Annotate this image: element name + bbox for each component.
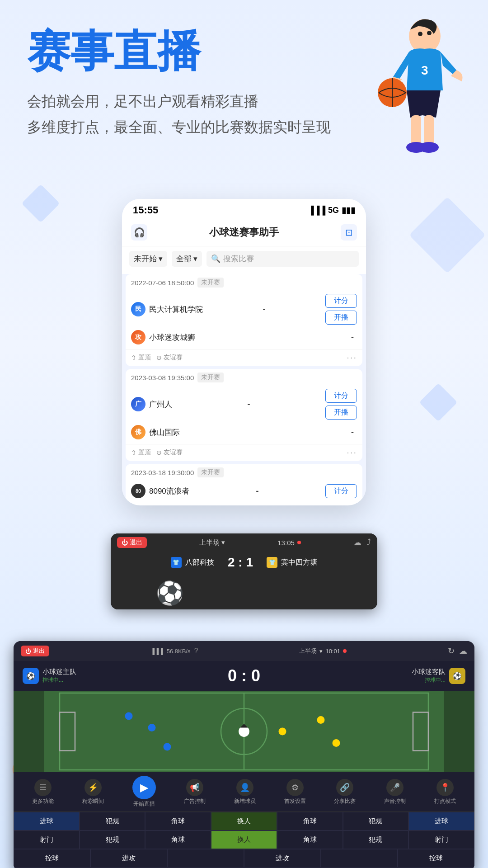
inner-score-panel: ⏻ 退出 ▐▐▐ 56.8KB/s ? 上半场 ▾ 10:01 ↻ ☁ [14, 641, 474, 868]
help-icon[interactable]: ? [194, 647, 198, 655]
pin-item-1[interactable]: ⇧ 置顶 [131, 354, 151, 362]
match-time-3: 2023-03-18 19:30:00 [131, 469, 194, 476]
share-icon[interactable]: ⤴ [367, 538, 371, 547]
team-name-2b: 佛山国际 [149, 427, 180, 438]
team-name-3a: 8090流浪者 [149, 486, 189, 496]
hero-section: 3 赛事直播 会拍就会用，足不出户观看精彩直播 多维度打点，最全面、专业的比赛数… [0, 0, 488, 190]
svg-point-17 [125, 712, 133, 720]
team-avatar-3a: 80 [131, 484, 145, 498]
chevron-down-icon-half: ▾ [221, 538, 225, 547]
ad-control-item[interactable]: 📢 广告控制 [184, 779, 206, 805]
app-title: 小球迷赛事助手 [209, 226, 279, 239]
cloud-icon[interactable]: ☁ [353, 538, 361, 547]
controls-top-row: ☰ 更多功能 ⚡ 精彩瞬间 ▶ 开始直播 📢 广告控制 👤 新增球员 ⚙ 首发设 [14, 772, 474, 812]
svg-point-23 [239, 726, 249, 737]
league-icon-2: ⊙ [156, 449, 162, 456]
pin-icon-2: ⇧ [131, 449, 136, 456]
action-cell-shot-left[interactable]: 射门 [14, 830, 80, 849]
more-features-item[interactable]: ☰ 更多功能 [32, 779, 54, 805]
chevron-down-icon: ▾ [193, 254, 197, 264]
action-cell-empty-left [167, 849, 244, 868]
league-item-1: ⊙ 友谊赛 [156, 354, 183, 362]
action-cell-corner-right[interactable]: 角球 [277, 812, 343, 830]
team-left-1b: 攻 小球迷攻城狮 [131, 330, 195, 344]
half-indicator: 上半场 ▾ [199, 538, 225, 547]
action-cell-corner2-left[interactable]: 角球 [145, 830, 211, 849]
action-cell-possession-right[interactable]: 控球 [398, 849, 474, 868]
action-cell-goal-left[interactable]: 进球 [14, 812, 80, 830]
video-field [14, 691, 474, 772]
match-footer-2: ⇧ 置顶 ⊙ 友谊赛 ··· [126, 444, 362, 461]
action-cell-shot-right[interactable]: 射门 [408, 830, 474, 849]
action-cell-foul-right[interactable]: 犯规 [343, 812, 409, 830]
action-cell-foul2-right[interactable]: 犯规 [343, 830, 409, 849]
signal-icon: ▐▐▐ [150, 648, 163, 655]
type-filter[interactable]: 全部 ▾ [172, 251, 202, 267]
more-options-1[interactable]: ··· [347, 352, 357, 363]
team-avatar-1a: 民 [131, 302, 145, 316]
status-filter[interactable]: 未开始 ▾ [129, 251, 167, 267]
inner-team2-info: 小球迷客队 控球中... [412, 668, 446, 684]
share-match-item[interactable]: 🔗 分享比赛 [334, 779, 356, 805]
expand-icon[interactable]: ⊡ [341, 224, 357, 241]
more-options-2[interactable]: ··· [347, 447, 357, 458]
inner-team2-sub: 控球中... [412, 676, 446, 684]
action-cell-sub2[interactable]: 换人 [211, 830, 277, 849]
action-cell-corner-left[interactable]: 角球 [145, 812, 211, 830]
headphone-icon[interactable]: 🎧 [131, 224, 147, 241]
status-icons: ▐▐▐ 5G ▮▮▮ [308, 205, 355, 215]
search-filter[interactable]: 🔍 搜索比赛 [206, 251, 359, 267]
score-btn-1[interactable]: 计分 [325, 294, 357, 308]
action-cell-foul-left[interactable]: 犯规 [80, 812, 145, 830]
team-score-2a: - [244, 400, 253, 409]
pin-item-2[interactable]: ⇧ 置顶 [131, 448, 151, 457]
battery-icon: ▮▮▮ [342, 205, 355, 215]
inner-exit-btn[interactable]: ⏻ 退出 [21, 646, 49, 656]
inner-teams-score: ⚽ 小球迷主队 控球中... 0 : 0 小球迷客队 控球中... ⚽ [14, 661, 474, 691]
score-overlay-header: ⏻ 退出 上半场 ▾ 13:05 ☁ ⤴ [111, 533, 377, 552]
action-cell-attack-right[interactable]: 进攻 [244, 849, 321, 868]
sound-control-item[interactable]: 🎤 声音控制 [384, 779, 406, 805]
inner-header-actions: ↻ ☁ [448, 646, 467, 656]
match-team-row-1b: 攻 小球迷攻城狮 - [131, 327, 357, 347]
chevron-down-icon-inner: ▾ [319, 648, 323, 655]
match-teams-3: 80 8090流浪者 - 计分 [126, 479, 362, 503]
inner-score: 0 : 0 [219, 666, 269, 685]
action-cell-possession-left[interactable]: 控球 [14, 849, 90, 868]
new-player-item[interactable]: 👤 新增球员 [234, 779, 256, 805]
exit-button-overlay[interactable]: ⏻ 退出 [117, 537, 147, 548]
team-avatar-2a: 广 [131, 397, 145, 411]
cloud-icon-inner[interactable]: ☁ [459, 646, 467, 656]
team-left-3a: 80 8090流浪者 [131, 484, 189, 498]
network-type: 5G [328, 206, 339, 215]
action-cell-foul2-left[interactable]: 犯规 [80, 830, 145, 849]
action-cell-sub[interactable]: 换人 [211, 812, 277, 830]
team2-shirt: 👕 [267, 557, 277, 568]
svg-point-18 [164, 743, 171, 751]
team-name-1a: 民大计算机学院 [149, 304, 203, 315]
hero-subtitle-line2: 多维度打点，最全面、专业的比赛数据实时呈现 [27, 114, 470, 141]
highlight-item[interactable]: ⚡ 精彩瞬间 [82, 779, 104, 805]
team-avatar-1b: 攻 [131, 330, 145, 344]
action-cell-empty-right [321, 849, 398, 868]
broadcast-btn-1[interactable]: 开播 [325, 311, 357, 325]
broadcast-btn-2[interactable]: 开播 [325, 406, 357, 420]
lineup-item[interactable]: ⚙ 首发设置 [284, 779, 306, 805]
match-status-2: 未开赛 [197, 373, 224, 382]
inner-team2-avatar: ⚽ [449, 668, 465, 684]
team-score-2b: - [348, 428, 357, 437]
match-footer-1: ⇧ 置顶 ⊙ 友谊赛 ··· [126, 349, 362, 366]
svg-point-20 [317, 716, 325, 724]
match-team-row-2b: 佛 佛山国际 - [131, 422, 357, 442]
broadcast-start-item[interactable]: ▶ 开始直播 [132, 776, 156, 808]
action-cell-corner2-right[interactable]: 角球 [277, 830, 343, 849]
refresh-icon[interactable]: ↻ [448, 646, 455, 656]
action-cell-attack-left[interactable]: 进攻 [90, 849, 167, 868]
inner-team1: ⚽ 小球迷主队 控球中... [23, 668, 219, 684]
action-cell-goal-right[interactable]: 进球 [408, 812, 474, 830]
score-btn-3[interactable]: 计分 [325, 484, 357, 498]
score-btn-2[interactable]: 计分 [325, 389, 357, 403]
svg-point-7 [419, 142, 439, 153]
dot-mode-item[interactable]: 📍 打点模式 [434, 779, 456, 805]
league-item-2: ⊙ 友谊赛 [156, 448, 183, 457]
